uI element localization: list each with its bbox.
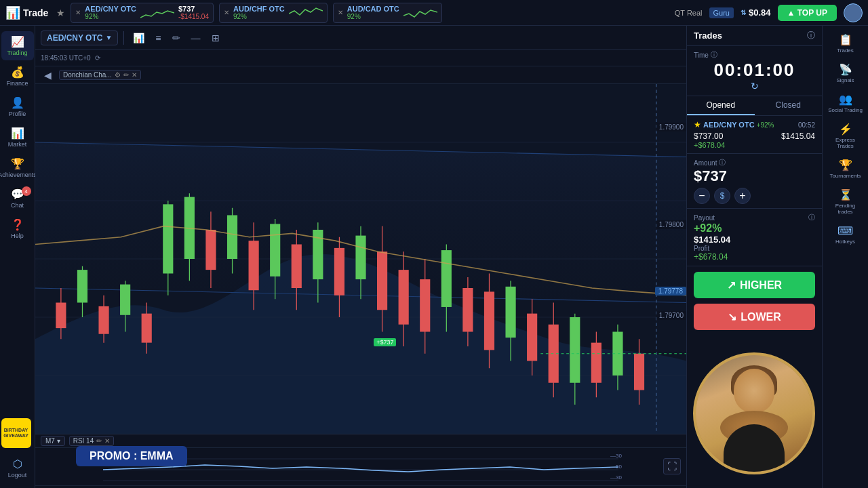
achievements-icon: 🏆 [11,157,24,170]
sidebar-label-profile: Profile [9,110,26,117]
svg-text:—30: —30 [610,474,622,481]
promo-bar: PROMO : EMMA [76,446,187,466]
right-nav-signals[interactable]: 📡 Signals [825,60,866,87]
indicator-close-icon[interactable]: ✕ [132,71,137,79]
svg-rect-40 [420,279,430,331]
trade-pair-name: AED/CNY OTC [703,121,755,129]
svg-text:—50: —50 [610,464,622,470]
amount-increase-btn[interactable]: + [734,188,751,204]
video-person [696,355,812,472]
chart-draw-btn[interactable]: ✏ [169,30,184,45]
sidebar-item-chat[interactable]: 4 💬 Chat [1,184,34,213]
sidebar-item-market[interactable]: 📊 Market [1,123,34,152]
payout-info-icon: ⓘ [808,213,815,222]
asset-pill-2[interactable]: ✕ AUD/CHF OTC 92% [219,3,328,23]
sidebar-item-help[interactable]: ❓ Help [1,214,34,243]
asset-name-1: AED/CNY OTC [85,5,136,13]
sidebar-item-logout[interactable]: ⬡ Logout [1,453,34,483]
sidebar-item-profile[interactable]: 👤 Profile [1,92,34,121]
trade-panel-title: Trades [694,30,722,41]
star-icon[interactable]: ★ [56,7,65,18]
indicator-edit-icon[interactable]: ✏ [123,71,129,79]
chart-main[interactable]: 1.79900 1.79800 1.79700 1.79778 +$737 [35,84,686,434]
svg-rect-16 [163,204,173,273]
rsi-close-icon[interactable]: ✕ [104,437,110,445]
balance-display: ⇅ $0.84 [741,7,771,18]
tournaments-icon: 🏆 [839,159,852,171]
svg-rect-44 [462,288,473,332]
asset-price-1: $737 [178,5,209,13]
chart-svg [35,84,686,434]
chart-type-line-btn[interactable]: ≡ [152,30,164,45]
chart-grid-btn[interactable]: ⊞ [208,30,223,45]
tab-closed[interactable]: Closed [755,96,823,115]
birthday-giveaway-banner[interactable]: BIRTHDAY GIVEAWAY [1,418,31,448]
sidebar-item-achievements[interactable]: 🏆 Achievements [1,153,34,182]
asset-change-1: -$1415.04 [178,13,209,20]
asset-pill-3[interactable]: ✕ AUD/CAD OTC 92% [333,3,442,23]
app-logo[interactable]: 📊 Trade [5,5,48,20]
right-nav-tournaments[interactable]: 🏆 Tournaments [825,155,866,182]
amount-value: $737 [694,167,815,185]
payout-profit: +$678.04 [694,252,815,262]
indicator-bar: ◀ Donchian Cha... ⚙ ✏ ✕ [35,66,686,84]
panel-info-icon[interactable]: ⓘ [807,30,815,41]
sidebar-item-finance[interactable]: 💰 Finance [1,62,34,91]
svg-rect-12 [120,285,130,315]
amount-decrease-btn[interactable]: − [694,188,710,204]
right-nav-social[interactable]: 👥 Social Trading [825,89,866,117]
guru-badge: Guru [709,7,734,18]
lower-button[interactable]: ↘ LOWER [694,304,815,330]
svg-rect-10 [98,306,108,334]
trade-buttons: ↗ HIGHER ↘ LOWER [687,266,822,336]
indicator-settings-icon[interactable]: ⚙ [115,71,121,79]
svg-rect-6 [56,303,66,329]
sidebar-bottom: BIRTHDAY GIVEAWAY ⬡ Logout [1,415,34,483]
right-nav-label-trades: Trades [837,47,854,54]
chart-pair-name: AED/CNY OTC [47,33,102,43]
svg-rect-20 [205,230,216,270]
app-name: Trade [23,7,48,18]
svg-rect-14 [142,314,152,343]
close-icon-2[interactable]: ✕ [224,9,229,16]
svg-rect-8 [77,270,87,302]
sidebar-label-finance: Finance [6,80,28,87]
logout-icon: ⬡ [13,458,22,470]
avatar[interactable] [844,3,863,22]
current-price-label: 1.79778 [655,287,686,296]
amount-label: Amount ⓘ [694,158,815,167]
svg-rect-48 [505,287,515,338]
asset-name-3: AUD/CAD OTC [347,5,399,13]
svg-rect-28 [292,245,302,289]
m7-timeframe-btn[interactable]: M7 ▾ [41,436,65,446]
topup-button[interactable]: ▲ TOP UP [778,5,837,21]
time-axis: 18:40 18:40:30 18:41 18:41:30 18:42 18:4… [35,485,686,488]
right-nav-label-social: Social Trading [828,107,863,113]
sidebar-label-help: Help [11,232,24,239]
right-nav-trades[interactable]: 📋 Trades [825,30,866,57]
chart-toolbar: AED/CNY OTC ▼ 📊 ≡ ✏ — ⊞ [35,26,686,50]
fullscreen-button[interactable]: ⛶ [663,458,681,474]
tab-opened[interactable]: Opened [687,96,755,115]
expiry-refresh-icon[interactable]: ↻ [694,81,815,92]
right-nav-pending[interactable]: ⏳ Pending trades [825,185,866,218]
rsi-edit-icon[interactable]: ✏ [96,437,102,445]
close-icon[interactable]: ✕ [75,9,81,16]
trade-price1: $737.00 [694,131,723,141]
chart-minus-btn[interactable]: — [188,30,204,45]
right-nav-express[interactable]: ⚡ Express Trades [825,119,866,152]
svg-rect-56 [591,343,601,383]
higher-button[interactable]: ↗ HIGHER [694,272,815,298]
right-nav-hotkeys[interactable]: ⌨ Hotkeys [825,221,866,248]
svg-rect-32 [334,248,344,296]
close-icon-3[interactable]: ✕ [338,9,343,16]
indicator-name: Donchian Cha... [63,71,112,79]
indicator-back-btn[interactable]: ◀ [41,68,55,83]
chart-pair-selector[interactable]: AED/CNY OTC ▼ [41,30,118,45]
trading-icon: 📈 [11,35,24,48]
chart-type-bar-btn[interactable]: 📊 [130,30,148,45]
asset-pill-1[interactable]: ✕ AED/CNY OTC 92% $737 -$1415.04 [71,3,214,23]
sidebar-item-trading[interactable]: 📈 Trading [1,31,34,60]
chat-badge: 4 [22,186,31,196]
payout-label: Payout ⓘ [694,213,815,222]
